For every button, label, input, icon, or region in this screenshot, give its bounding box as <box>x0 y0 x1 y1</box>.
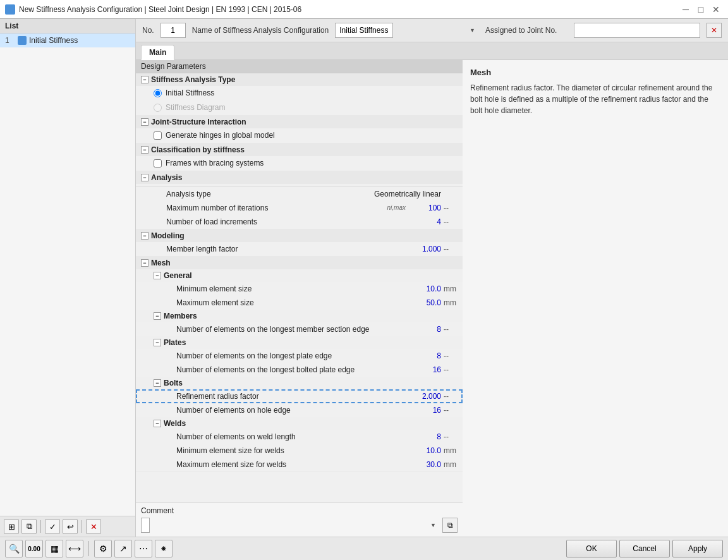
copy-button[interactable]: ⧉ <box>21 519 37 534</box>
analysis-section: − Analysis Analysis type Geometrically l… <box>136 171 463 229</box>
max-iterations-label: Maximum number of iterations <box>166 204 385 212</box>
member-length-value: 1.000 <box>406 245 444 253</box>
refinement-radius-unit: -- <box>444 392 463 401</box>
min-weld-unit: mm <box>444 446 463 455</box>
longest-member-value: 8 <box>406 325 444 334</box>
mesh-plates-header[interactable]: − Plates <box>136 336 463 349</box>
mesh-members-expand[interactable]: − <box>154 312 161 320</box>
cancel-button[interactable]: Cancel <box>619 540 670 557</box>
modeling-header[interactable]: − Modeling <box>136 229 463 242</box>
classification-header[interactable]: − Classification by stiffness <box>136 143 463 156</box>
hole-edge-label: Number of elements on hole edge <box>176 406 406 415</box>
comment-row: ⧉ <box>141 518 458 533</box>
app-icon <box>5 4 15 15</box>
new-button[interactable]: ⊞ <box>4 519 19 534</box>
more-tool-button[interactable]: ⋯ <box>135 540 152 557</box>
frames-bracing-label[interactable]: Frames with bracing systems <box>154 157 264 169</box>
frames-bracing-text: Frames with bracing systems <box>166 159 264 167</box>
max-iterations-row: Maximum number of iterations ni,max 100 … <box>136 201 463 215</box>
window-title: New Stiffness Analysis Configuration | S… <box>19 5 675 14</box>
mesh-plates-expand[interactable]: − <box>154 339 161 346</box>
generate-hinges-checkbox[interactable] <box>154 131 162 140</box>
min-weld-label: Minimum element size for welds <box>176 446 406 455</box>
max-weld-label: Maximum element size for welds <box>176 460 406 469</box>
mesh-welds-header[interactable]: − Welds <box>136 417 463 430</box>
minimize-button[interactable]: ─ <box>679 3 693 16</box>
hole-edge-row: Number of elements on hole edge 16 -- <box>136 403 463 417</box>
mesh-bolts-header[interactable]: − Bolts <box>136 377 463 389</box>
name-wrapper: Initial Stiffness <box>335 23 479 38</box>
joint-structure-section: − Joint-Structure Interaction Generate h… <box>136 116 463 143</box>
extra-tool-button[interactable]: ⁕ <box>155 540 173 557</box>
tab-bar: Main <box>136 42 728 60</box>
member-length-label: Member length factor <box>166 245 406 253</box>
mesh-bolts-expand[interactable]: − <box>154 379 161 387</box>
close-button[interactable]: ✕ <box>709 3 723 16</box>
export-tool-button[interactable]: ↗ <box>114 540 132 557</box>
reset-button[interactable]: ↩ <box>63 519 78 534</box>
decimals-tool-button[interactable]: 0.00 <box>25 540 43 557</box>
min-weld-row: Minimum element size for welds 10.0 mm <box>136 444 463 458</box>
max-weld-unit: mm <box>444 460 463 469</box>
weld-length-value: 8 <box>406 432 444 441</box>
radio-initial-stiffness-input[interactable] <box>154 89 162 97</box>
analysis-expand[interactable]: − <box>141 174 149 181</box>
stiffness-type-header[interactable]: − Stiffness Analysis Type <box>136 73 463 86</box>
confirm-button[interactable]: ✓ <box>45 519 60 534</box>
classification-label: Classification by stiffness <box>151 145 245 154</box>
mesh-general-expand[interactable]: − <box>154 272 161 279</box>
load-increments-value: 4 <box>406 217 444 226</box>
classification-expand[interactable]: − <box>141 146 149 154</box>
search-tool-button[interactable]: 🔍 <box>5 540 23 557</box>
analysis-header[interactable]: − Analysis <box>136 171 463 184</box>
radio-initial-stiffness-text: Initial Stiffness <box>166 88 214 97</box>
comment-select[interactable] <box>141 518 150 533</box>
assigned-clear-button[interactable]: ✕ <box>707 23 722 38</box>
frames-bracing-checkbox[interactable] <box>154 159 162 167</box>
longest-member-row: Number of elements on the longest member… <box>136 322 463 336</box>
list-header: List <box>0 19 135 33</box>
radio-initial-stiffness-label[interactable]: Initial Stiffness <box>154 87 214 99</box>
refinement-radius-label: Refinement radius factor <box>176 392 406 401</box>
modeling-expand[interactable]: − <box>141 232 149 240</box>
joint-structure-header[interactable]: − Joint-Structure Interaction <box>136 116 463 128</box>
mesh-header[interactable]: − Mesh <box>136 257 463 269</box>
list-item[interactable]: 1 Initial Stiffness <box>0 33 135 47</box>
tab-main[interactable]: Main <box>141 45 174 60</box>
name-select[interactable]: Initial Stiffness <box>335 23 393 38</box>
left-panel: List 1 Initial Stiffness ⊞ ⧉ ✓ ↩ ✕ <box>0 19 136 537</box>
radio-stiffness-diagram-label[interactable]: Stiffness Diagram <box>154 102 225 113</box>
grid-tool-button[interactable]: ▦ <box>46 540 63 557</box>
apply-button[interactable]: Apply <box>672 540 723 557</box>
no-input[interactable] <box>161 23 186 38</box>
mesh-welds-expand[interactable]: − <box>154 420 161 427</box>
bolted-plate-label: Number of elements on the longest bolted… <box>176 365 406 374</box>
stiffness-type-expand[interactable]: − <box>141 76 149 83</box>
longest-plate-label: Number of elements on the longest plate … <box>176 351 406 360</box>
header-row: No. Name of Stiffness Analysis Configura… <box>136 19 728 42</box>
longest-plate-unit: -- <box>444 351 463 360</box>
load-increments-unit: -- <box>444 217 463 226</box>
generate-hinges-text: Generate hinges in global model <box>166 131 275 140</box>
comment-label: Comment <box>141 506 458 515</box>
mesh-members-label: Members <box>164 312 197 320</box>
joint-structure-expand[interactable]: − <box>141 118 149 126</box>
load-increments-label: Number of load increments <box>166 217 406 226</box>
filter-tool-button[interactable]: ⚙ <box>94 540 112 557</box>
mesh-section: − Mesh − General Minimum element size 10… <box>136 257 463 472</box>
comment-copy-button[interactable]: ⧉ <box>442 518 458 533</box>
assigned-input[interactable] <box>574 23 700 38</box>
delete-button[interactable]: ✕ <box>86 519 101 534</box>
hole-edge-value: 16 <box>406 406 444 415</box>
mesh-expand[interactable]: − <box>141 259 149 267</box>
mesh-general-header[interactable]: − General <box>136 269 463 282</box>
generate-hinges-label[interactable]: Generate hinges in global model <box>154 130 275 141</box>
max-weld-row: Maximum element size for welds 30.0 mm <box>136 458 463 472</box>
refinement-radius-row[interactable]: Refinement radius factor 2.000 -- <box>136 389 463 403</box>
view-tool-button[interactable]: ⟷ <box>66 540 83 557</box>
maximize-button[interactable]: □ <box>694 3 708 16</box>
modeling-section: − Modeling Member length factor 1.000 -- <box>136 229 463 257</box>
mesh-members-header[interactable]: − Members <box>136 310 463 322</box>
ok-button[interactable]: OK <box>566 540 617 557</box>
load-increments-row: Number of load increments 4 -- <box>136 215 463 229</box>
